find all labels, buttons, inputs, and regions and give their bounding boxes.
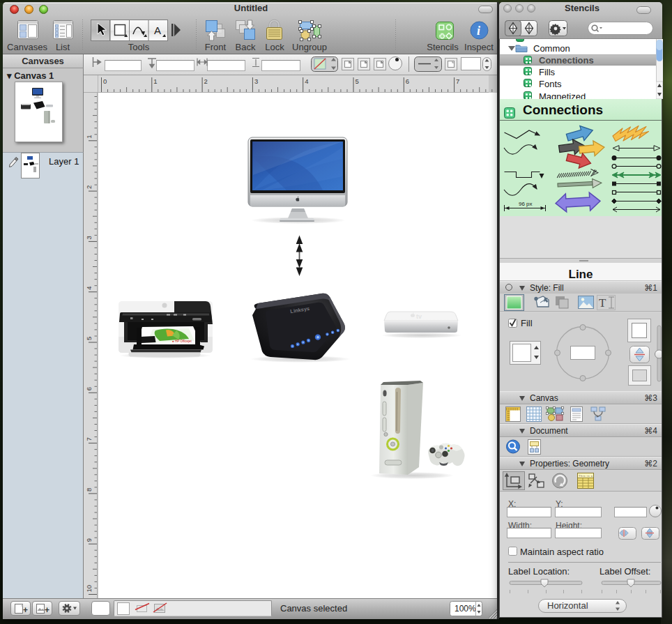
svg-text:2: 2	[204, 77, 208, 85]
svg-text:5: 5	[356, 77, 359, 85]
svg-text:+: +	[45, 605, 49, 615]
svg-text:4: 4	[85, 286, 93, 289]
svg-text:9: 9	[85, 538, 93, 542]
svg-text:3: 3	[254, 77, 258, 85]
svg-text:6: 6	[85, 387, 93, 390]
svg-text:Label Offset:: Label Offset:	[600, 566, 650, 577]
svg-text:1: 1	[85, 135, 93, 139]
svg-text:Horizontal: Horizontal	[547, 600, 588, 611]
svg-text:5: 5	[85, 337, 93, 340]
svg-text:7: 7	[456, 77, 459, 85]
svg-text:i: i	[477, 24, 480, 38]
svg-text:● HP Officejet: ● HP Officejet	[172, 340, 192, 343]
svg-text:100%: 100%	[455, 604, 476, 614]
svg-text:3: 3	[85, 236, 93, 239]
svg-text:6: 6	[406, 77, 409, 85]
svg-text:96 px: 96 px	[519, 201, 533, 207]
svg-text:A: A	[154, 24, 161, 36]
svg-text:Label Location:: Label Location:	[508, 566, 570, 577]
svg-text:2: 2	[85, 185, 93, 189]
svg-text:7: 7	[85, 437, 93, 441]
svg-text:Maintain aspect ratio: Maintain aspect ratio	[520, 547, 604, 557]
svg-text:This is a: This is a	[579, 474, 593, 478]
svg-text:+: +	[23, 605, 28, 615]
svg-text:tv: tv	[416, 313, 422, 320]
svg-text:Fill: Fill	[521, 318, 533, 328]
svg-text:8: 8	[85, 488, 93, 492]
svg-text:Canvas selected: Canvas selected	[280, 603, 347, 614]
svg-text:4: 4	[305, 77, 308, 85]
svg-text:0: 0	[103, 77, 107, 85]
svg-text:10: 10	[85, 585, 93, 593]
svg-text:1: 1	[153, 77, 157, 85]
svg-text:T: T	[599, 296, 606, 310]
